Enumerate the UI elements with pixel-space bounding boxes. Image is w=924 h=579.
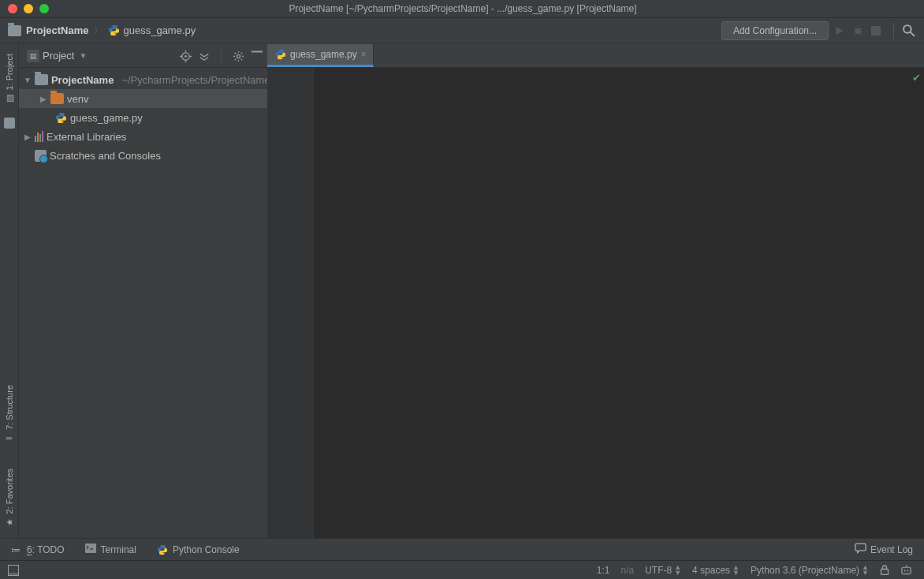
scratches-icon bbox=[35, 150, 47, 162]
hide-panel-icon[interactable] bbox=[251, 50, 263, 62]
editor-tab[interactable]: guess_game.py × bbox=[267, 44, 374, 67]
line-number-gutter bbox=[267, 68, 314, 538]
bottom-tool-tabs: ≔ 6: TODO Terminal Python Console Event … bbox=[0, 538, 924, 560]
tree-row-external-libs[interactable]: ▶ External Libraries bbox=[19, 127, 267, 146]
collapse-all-icon[interactable] bbox=[199, 50, 210, 62]
status-bar: 1:1 n/a UTF-8 ▲▼ 4 spaces ▲▼ Python 3.6 … bbox=[0, 560, 924, 579]
svg-line-3 bbox=[911, 32, 915, 36]
project-tree[interactable]: ▼ ProjectName ~/PycharmProjects/ProjectN… bbox=[19, 68, 267, 165]
lock-icon[interactable] bbox=[874, 565, 895, 575]
svg-rect-12 bbox=[902, 567, 911, 573]
status-caret-position[interactable]: 1:1 bbox=[591, 565, 616, 576]
tree-row-project-root[interactable]: ▼ ProjectName ~/PycharmProjects/ProjectN… bbox=[19, 70, 267, 89]
code-area[interactable]: ✔ bbox=[314, 68, 924, 538]
tool-tab-project[interactable]: ▤ 1: Project bbox=[2, 47, 17, 110]
tree-row-venv[interactable]: ▶ venv bbox=[19, 89, 267, 108]
tool-tab-python-console[interactable]: Python Console bbox=[157, 544, 240, 555]
status-line-separator[interactable]: n/a bbox=[615, 565, 639, 576]
svg-rect-7 bbox=[251, 50, 263, 52]
run-icon bbox=[833, 25, 848, 36]
svg-point-13 bbox=[904, 570, 906, 571]
editor-tabs: guess_game.py × bbox=[267, 44, 924, 68]
svg-rect-11 bbox=[881, 570, 889, 575]
status-interpreter[interactable]: Python 3.6 (ProjectName) ▲▼ bbox=[745, 565, 874, 576]
separator bbox=[221, 50, 222, 62]
window-titlebar: ProjectName [~/PycharmProjects/ProjectNa… bbox=[0, 0, 924, 18]
inspection-ok-icon[interactable]: ✔ bbox=[912, 72, 921, 84]
search-icon[interactable] bbox=[902, 24, 916, 37]
main-area: ▤ 1: Project ⦀ 7: Structure ★ 2: Favorit… bbox=[0, 44, 924, 538]
editor-area: guess_game.py × ✔ bbox=[267, 44, 924, 538]
event-log-button[interactable]: Event Log bbox=[855, 543, 913, 556]
svg-point-5 bbox=[184, 55, 187, 58]
chevron-right-icon: ▶ bbox=[24, 133, 32, 141]
navigation-bar: ProjectName 〉 guess_game.py Add Configur… bbox=[0, 18, 924, 43]
close-tab-icon[interactable]: × bbox=[361, 49, 367, 60]
code-editor[interactable]: ✔ bbox=[267, 68, 924, 538]
locate-icon[interactable] bbox=[180, 50, 191, 62]
up-down-icon: ▲▼ bbox=[732, 565, 740, 576]
gear-icon[interactable] bbox=[233, 50, 244, 62]
maximize-window-icon[interactable] bbox=[39, 4, 49, 13]
libraries-icon bbox=[35, 131, 43, 142]
editor-tab-label: guess_game.py bbox=[290, 49, 357, 60]
window-title: ProjectName [~/PycharmProjects/ProjectNa… bbox=[49, 3, 877, 14]
minimize-window-icon[interactable] bbox=[24, 4, 33, 13]
tool-windows-toggle-icon[interactable] bbox=[6, 563, 20, 577]
chevron-right-icon: ▶ bbox=[39, 95, 47, 103]
python-file-icon bbox=[275, 49, 286, 60]
speech-bubble-icon bbox=[855, 543, 866, 556]
ide-robot-icon[interactable] bbox=[895, 565, 918, 576]
python-file-icon bbox=[55, 112, 67, 124]
status-indent[interactable]: 4 spaces ▲▼ bbox=[687, 565, 745, 576]
project-panel-title[interactable]: ▤ Project ▼ bbox=[27, 50, 87, 62]
tool-tab-structure[interactable]: ⦀ 7: Structure bbox=[2, 379, 17, 450]
tool-tab-terminal[interactable]: Terminal bbox=[85, 544, 136, 555]
python-file-icon bbox=[108, 24, 120, 36]
terminal-icon bbox=[85, 544, 96, 555]
folder-icon bbox=[8, 25, 21, 36]
svg-point-2 bbox=[904, 25, 911, 33]
status-encoding[interactable]: UTF-8 ▲▼ bbox=[639, 565, 687, 576]
svg-rect-1 bbox=[871, 26, 881, 35]
project-tool-icon: ▤ bbox=[4, 95, 14, 103]
up-down-icon: ▲▼ bbox=[674, 565, 681, 576]
folder-icon bbox=[35, 74, 48, 85]
breadcrumb-file[interactable]: guess_game.py bbox=[123, 24, 196, 36]
left-tool-gutter: ▤ 1: Project ⦀ 7: Structure ★ 2: Favorit… bbox=[0, 44, 19, 538]
breadcrumb-project[interactable]: ProjectName bbox=[26, 24, 88, 36]
breadcrumb[interactable]: ProjectName 〉 guess_game.py bbox=[8, 24, 196, 36]
tree-row-scratches[interactable]: ▶ Scratches and Consoles bbox=[19, 146, 267, 165]
todo-icon: ≔ bbox=[11, 544, 22, 555]
tool-tab-todo[interactable]: ≔ 6: TODO bbox=[11, 544, 65, 555]
chevron-right-icon: 〉 bbox=[91, 24, 105, 36]
structure-tool-icon: ⦀ bbox=[4, 436, 14, 440]
debug-icon bbox=[852, 24, 866, 36]
stop-icon bbox=[871, 26, 885, 35]
project-panel-header: ▤ Project ▼ bbox=[19, 44, 267, 68]
star-icon: ★ bbox=[4, 518, 14, 526]
chevron-down-icon: ▼ bbox=[79, 51, 87, 60]
close-window-icon[interactable] bbox=[8, 4, 17, 13]
folder-icon bbox=[50, 93, 64, 104]
chevron-down-icon: ▼ bbox=[24, 76, 32, 84]
tree-row-file[interactable]: guess_game.py bbox=[19, 108, 267, 127]
project-view-icon: ▤ bbox=[27, 50, 39, 62]
tool-stub-icon[interactable] bbox=[4, 118, 15, 129]
python-icon bbox=[157, 544, 168, 555]
svg-point-14 bbox=[907, 570, 908, 571]
project-panel: ▤ Project ▼ ▼ ProjectName ~/PycharmProje… bbox=[19, 44, 267, 538]
up-down-icon: ▲▼ bbox=[862, 565, 869, 576]
add-configuration-button[interactable]: Add Configuration... bbox=[721, 21, 829, 40]
svg-rect-10 bbox=[9, 573, 19, 576]
tool-tab-favorites[interactable]: ★ 2: Favorites bbox=[2, 462, 17, 533]
svg-point-6 bbox=[237, 54, 240, 58]
separator bbox=[893, 23, 894, 39]
traffic-lights bbox=[0, 4, 49, 13]
